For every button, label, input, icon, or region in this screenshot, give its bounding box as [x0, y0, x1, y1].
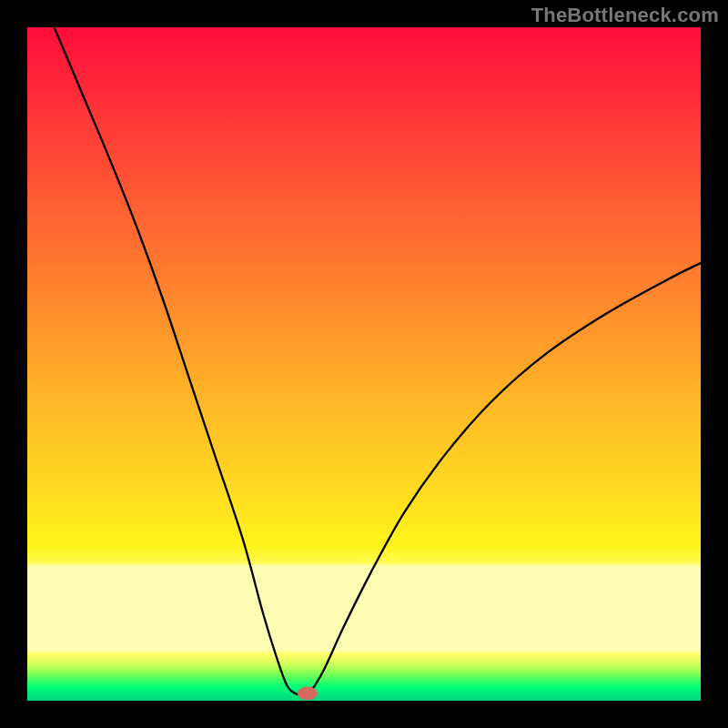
watermark-text: TheBottleneck.com [531, 4, 719, 27]
curve-path [55, 27, 701, 696]
minimum-marker [298, 686, 318, 700]
chart-frame: TheBottleneck.com [0, 0, 728, 728]
bottleneck-curve [27, 27, 701, 701]
plot-area [27, 27, 701, 701]
